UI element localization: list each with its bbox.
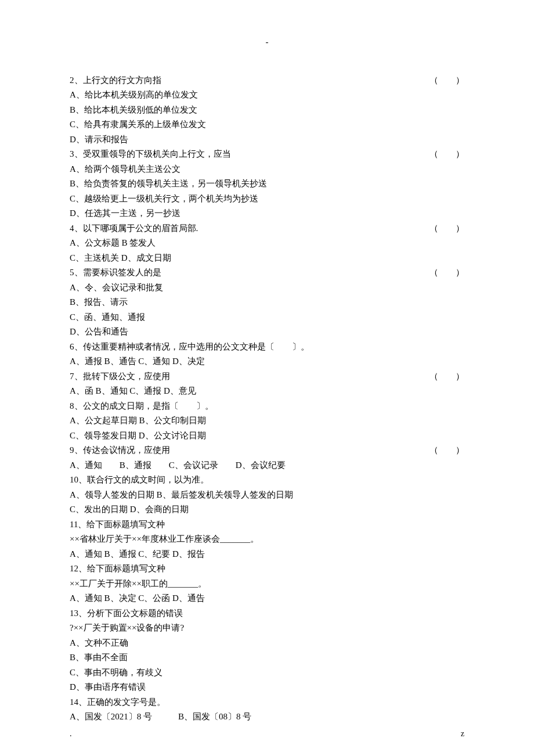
- question-text: 10、联合行文的成文时间，以为准。: [70, 473, 464, 488]
- question-text: 11、给下面标题填写文种: [70, 517, 464, 532]
- option-line: A、令、会议记录和批复: [70, 280, 464, 296]
- option-line: B、事由不全面: [70, 650, 464, 665]
- option-line: ?××厂关于购置××设备的申请?: [70, 621, 464, 636]
- question-line: 8、公文的成文日期，是指〔 〕。: [70, 399, 464, 414]
- option-line: A、通报 B、通告 C、通知 D、决定: [70, 354, 464, 369]
- option-line: ××工厂关于开除××职工的_______。: [70, 577, 464, 592]
- question-text: 7、批转下级公文，应使用: [70, 369, 418, 384]
- option-line: ××省林业厅关于××年度林业工作座谈会_______。: [70, 532, 464, 547]
- answer-paren: （ ）: [418, 221, 464, 236]
- question-line: 2、上行文的行文方向指（ ）: [70, 73, 464, 88]
- option-line: D、事由语序有错误: [70, 680, 464, 695]
- question-line: 7、批转下级公文，应使用（ ）: [70, 369, 464, 384]
- content-area: 2、上行文的行文方向指（ ）A、给比本机关级别高的单位发文B、给比本机关级别低的…: [70, 73, 464, 725]
- question-text: 4、以下哪项属于公文的眉首局部.: [70, 221, 418, 236]
- option-line: A、函 B、通知 C、通报 D、意见: [70, 384, 464, 399]
- footer-right: z: [461, 727, 464, 741]
- page-footer: . z: [70, 727, 464, 741]
- question-line: 13、分析下面公文标题的错误: [70, 606, 464, 621]
- answer-paren: （ ）: [418, 73, 464, 88]
- question-line: 4、以下哪项属于公文的眉首局部.（ ）: [70, 221, 464, 236]
- question-line: 11、给下面标题填写文种: [70, 517, 464, 532]
- question-line: 9、传达会议情况，应使用（ ）: [70, 443, 464, 458]
- option-line: A、通知 B、决定 C、公函 D、通告: [70, 591, 464, 606]
- page: - 2、上行文的行文方向指（ ）A、给比本机关级别高的单位发文B、给比本机关级别…: [0, 0, 534, 756]
- top-dash: -: [70, 35, 464, 50]
- question-text: 9、传达会议情况，应使用: [70, 443, 418, 458]
- option-line: A、国发〔2021〕8 号 B、国发〔08〕8 号: [70, 710, 464, 725]
- option-line: A、公文标题 B 签发人: [70, 236, 464, 251]
- question-line: 10、联合行文的成文时间，以为准。: [70, 473, 464, 488]
- question-text: 13、分析下面公文标题的错误: [70, 606, 464, 621]
- option-line: C、事由不明确，有歧义: [70, 665, 464, 681]
- option-line: C、函、通知、通报: [70, 310, 464, 325]
- option-line: A、通知 B、通报 C、纪要 D、报告: [70, 547, 464, 562]
- question-line: 5、需要标识签发人的是（ ）: [70, 265, 464, 280]
- option-line: D、请示和报告: [70, 132, 464, 147]
- option-line: A、给比本机关级别高的单位发文: [70, 88, 464, 103]
- option-line: A、通知 B、通报 C、会议记录 D、会议纪要: [70, 458, 464, 473]
- question-line: 6、传达重要精神或者情况，应中选用的公文文种是〔 〕。: [70, 340, 464, 355]
- question-text: 6、传达重要精神或者情况，应中选用的公文文种是〔 〕。: [70, 340, 464, 355]
- question-line: 14、正确的发文字号是。: [70, 695, 464, 710]
- question-text: 5、需要标识签发人的是: [70, 265, 418, 280]
- option-line: A、公文起草日期 B、公文印制日期: [70, 413, 464, 429]
- option-line: C、发出的日期 D、会商的日期: [70, 502, 464, 517]
- question-text: 8、公文的成文日期，是指〔 〕。: [70, 399, 464, 414]
- option-line: D、公告和通告: [70, 325, 464, 340]
- option-line: A、给两个领导机关主送公文: [70, 162, 464, 177]
- answer-paren: （ ）: [418, 443, 464, 458]
- question-text: 14、正确的发文字号是。: [70, 695, 464, 710]
- option-line: B、给比本机关级别低的单位发文: [70, 103, 464, 118]
- question-text: 12、给下面标题填写文种: [70, 561, 464, 577]
- option-line: D、任选其一主送，另一抄送: [70, 206, 464, 221]
- question-line: 12、给下面标题填写文种: [70, 561, 464, 577]
- option-line: C、领导签发日期 D、公文讨论日期: [70, 429, 464, 444]
- question-text: 2、上行文的行文方向指: [70, 73, 418, 88]
- option-line: A、领导人签发的日期 B、最后签发机关领导人签发的日期: [70, 488, 464, 503]
- option-line: C、越级给更上一级机关行文，两个机关均为抄送: [70, 192, 464, 207]
- question-line: 3、受双重领导的下级机关向上行文，应当（ ）: [70, 147, 464, 162]
- option-line: B、给负责答复的领导机关主送，另一领导机关抄送: [70, 177, 464, 192]
- option-line: A、文种不正确: [70, 636, 464, 651]
- answer-paren: （ ）: [418, 265, 464, 280]
- option-line: B、报告、请示: [70, 295, 464, 310]
- question-text: 3、受双重领导的下级机关向上行文，应当: [70, 147, 418, 162]
- option-line: C、主送机关 D、成文日期: [70, 251, 464, 266]
- footer-left: .: [70, 727, 72, 741]
- answer-paren: （ ）: [418, 369, 464, 384]
- answer-paren: （ ）: [418, 147, 464, 162]
- option-line: C、给具有隶属关系的上级单位发文: [70, 117, 464, 132]
